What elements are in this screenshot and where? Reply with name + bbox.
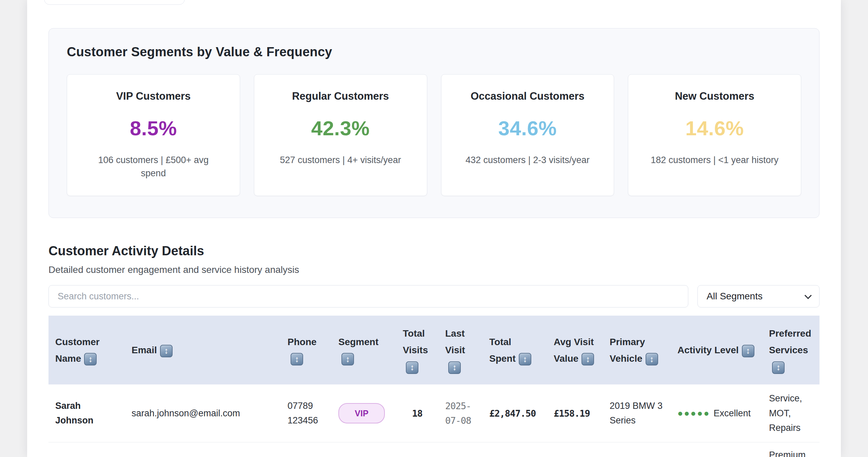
segment-card-vip: VIP Customers 8.5% 106 customers | £500+… xyxy=(67,74,240,196)
cell-segment xyxy=(332,442,396,457)
cell-total-spent xyxy=(482,442,547,457)
cell-customer-name: Michael xyxy=(48,442,125,457)
cell-primary-vehicle: 2020 Audi xyxy=(603,442,671,457)
table-header-row: Customer Name↕ Email↕ Phone↕ Segment↕ To… xyxy=(48,316,820,384)
cell-primary-vehicle: 2019 BMW 3 Series xyxy=(603,384,671,442)
sort-icon[interactable]: ↕ xyxy=(581,353,594,365)
customer-segments-panel: Customer Segments by Value & Frequency V… xyxy=(48,28,820,218)
activity-label: Excellent xyxy=(714,408,751,418)
segment-card-title: Regular Customers xyxy=(264,90,417,102)
column-header-total-spent[interactable]: Total Spent↕ xyxy=(482,316,547,384)
segment-card-title: Occasional Customers xyxy=(452,90,604,102)
clipped-card-above-fold xyxy=(44,0,185,5)
chevron-down-icon xyxy=(805,292,812,299)
segments-panel-title: Customer Segments by Value & Frequency xyxy=(67,45,801,59)
segment-card-regular: Regular Customers 42.3% 527 customers | … xyxy=(254,74,427,196)
column-header-avg-visit-value[interactable]: Avg Visit Value↕ xyxy=(547,316,603,384)
cell-total-spent: £2,847.50 xyxy=(482,384,547,442)
segment-filter-select[interactable]: All Segments xyxy=(697,285,820,307)
segment-description: 182 customers | <1 year history xyxy=(647,154,783,167)
column-header-preferred-services[interactable]: Preferred Services↕ xyxy=(762,316,820,384)
segment-card-title: VIP Customers xyxy=(77,90,230,102)
table-controls: All Segments xyxy=(48,285,820,307)
segment-percent: 42.3% xyxy=(264,117,417,140)
activity-section-subtitle: Detailed customer engagement and service… xyxy=(48,263,820,276)
segment-cards: VIP Customers 8.5% 106 customers | £500+… xyxy=(67,74,801,196)
segment-card-new: New Customers 14.6% 182 customers | <1 y… xyxy=(628,74,801,196)
column-header-last-visit[interactable]: Last Visit↕ xyxy=(438,316,482,384)
cell-preferred-services: Service, MOT, Repairs xyxy=(762,384,820,442)
cell-email xyxy=(125,442,281,457)
segment-description: 432 customers | 2-3 visits/year xyxy=(460,154,595,167)
cell-total-visits xyxy=(396,442,438,457)
sort-icon[interactable]: ↕ xyxy=(84,353,97,365)
segment-percent: 34.6% xyxy=(452,117,604,140)
cell-phone: 07890 xyxy=(281,442,332,457)
sort-icon[interactable]: ↕ xyxy=(646,353,658,365)
segment-percent: 8.5% xyxy=(77,117,230,140)
cell-phone: 07789 123456 xyxy=(281,384,332,442)
sort-icon[interactable]: ↕ xyxy=(291,353,303,365)
cell-email: sarah.johnson@email.com xyxy=(125,384,281,442)
sort-icon[interactable]: ↕ xyxy=(772,361,785,374)
sort-icon[interactable]: ↕ xyxy=(742,345,754,357)
cell-last-visit: 2025- xyxy=(438,442,482,457)
column-header-activity-level[interactable]: Activity Level↕ xyxy=(671,316,762,384)
sort-icon[interactable]: ↕ xyxy=(519,353,531,365)
cell-customer-name: Sarah Johnson xyxy=(48,384,125,442)
cell-preferred-services: Premium xyxy=(762,442,820,457)
sort-icon[interactable]: ↕ xyxy=(160,345,173,357)
page-content: Customer Segments by Value & Frequency V… xyxy=(27,0,841,457)
column-header-total-visits[interactable]: Total Visits↕ xyxy=(396,316,438,384)
segment-card-title: New Customers xyxy=(638,90,791,102)
cell-avg-visit-value: £158.19 xyxy=(547,384,603,442)
segment-filter-value: All Segments xyxy=(707,291,763,302)
cell-last-visit: 2025-07-08 xyxy=(438,384,482,442)
sort-icon[interactable]: ↕ xyxy=(341,353,354,365)
segment-description: 527 customers | 4+ visits/year xyxy=(273,154,408,167)
activity-section-title: Customer Activity Details xyxy=(48,244,820,258)
cell-avg-visit-value xyxy=(547,442,603,457)
segment-percent: 14.6% xyxy=(638,117,791,140)
table-row: Michael 07890 2025- 2020 Audi Premium xyxy=(48,442,820,457)
sort-icon[interactable]: ↕ xyxy=(448,361,461,374)
sort-icon[interactable]: ↕ xyxy=(406,361,418,374)
column-header-phone[interactable]: Phone↕ xyxy=(281,316,332,384)
segment-card-occasional: Occasional Customers 34.6% 432 customers… xyxy=(441,74,614,196)
cell-total-visits: 18 xyxy=(396,384,438,442)
table-row: Sarah Johnson sarah.johnson@email.com 07… xyxy=(48,384,820,442)
cell-activity-level xyxy=(671,442,762,457)
segment-badge: VIP xyxy=(338,403,385,423)
cell-segment: VIP xyxy=(332,384,396,442)
column-header-segment[interactable]: Segment↕ xyxy=(332,316,396,384)
search-input[interactable] xyxy=(48,285,688,307)
segment-description: 106 customers | £500+ avg spend xyxy=(85,154,221,180)
customer-activity-table: Customer Name↕ Email↕ Phone↕ Segment↕ To… xyxy=(48,316,820,457)
cell-activity-level: ●●●●●Excellent xyxy=(671,384,762,442)
activity-dots: ●●●●● xyxy=(677,408,710,418)
column-header-primary-vehicle[interactable]: Primary Vehicle↕ xyxy=(603,316,671,384)
column-header-customer-name[interactable]: Customer Name↕ xyxy=(48,316,125,384)
column-header-email[interactable]: Email↕ xyxy=(125,316,281,384)
